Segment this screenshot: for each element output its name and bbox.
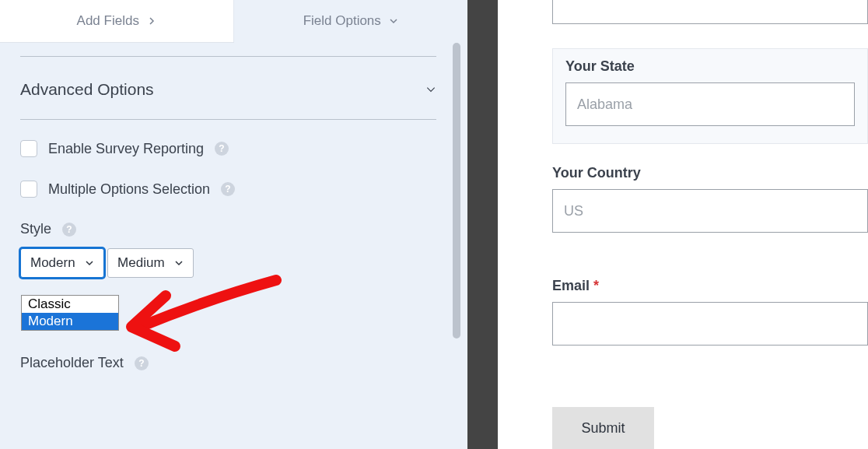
email-input[interactable]: [552, 302, 868, 346]
style-label-row: Style ?: [20, 221, 436, 237]
enable-survey-label: Enable Survey Reporting: [48, 141, 204, 157]
style-select-value: Modern: [30, 255, 75, 271]
country-label: Your Country: [552, 165, 868, 181]
multiple-options-checkbox[interactable]: [20, 181, 37, 198]
preview-field-email: Email *: [552, 278, 868, 346]
submit-button-label: Submit: [581, 420, 625, 437]
size-select-value: Medium: [117, 255, 164, 271]
tab-field-options-label: Field Options: [303, 13, 381, 29]
state-label: Your State: [565, 58, 855, 75]
panel-scrollbar[interactable]: [455, 0, 464, 449]
help-icon[interactable]: ?: [62, 223, 76, 237]
enable-survey-row: Enable Survey Reporting ?: [20, 140, 436, 157]
help-icon[interactable]: ?: [215, 142, 229, 156]
size-select[interactable]: Medium: [107, 248, 193, 278]
required-asterisk: *: [593, 278, 599, 293]
preview-field-country: Your Country: [552, 165, 868, 233]
style-dropdown-list: Classic Modern: [21, 295, 119, 331]
tab-field-options[interactable]: Field Options: [234, 0, 468, 42]
chevron-down-icon: [85, 258, 94, 268]
placeholder-text-label: Placeholder Text: [20, 355, 124, 371]
chevron-down-icon: [425, 84, 436, 95]
advanced-options-title: Advanced Options: [20, 80, 154, 99]
svg-text:?: ?: [225, 184, 230, 195]
form-preview: Your State Your Country Email * Submit: [498, 0, 868, 449]
panel-tabs: Add Fields Field Options: [0, 0, 467, 42]
svg-text:?: ?: [66, 224, 72, 235]
scrollbar-thumb[interactable]: [453, 43, 460, 339]
email-label: Email *: [552, 278, 868, 294]
state-input[interactable]: [565, 82, 855, 126]
chevron-down-icon: [174, 258, 184, 268]
style-option-classic[interactable]: Classic: [22, 296, 118, 313]
chevron-right-icon: [147, 16, 156, 26]
builder-left-panel: Add Fields Field Options Advanced Option…: [0, 0, 467, 449]
advanced-options-header[interactable]: Advanced Options: [20, 57, 436, 119]
help-icon[interactable]: ?: [221, 182, 235, 196]
enable-survey-checkbox[interactable]: [20, 140, 37, 157]
preview-input-top[interactable]: [552, 0, 868, 24]
preview-field-top: [552, 0, 868, 24]
style-select[interactable]: Modern: [20, 248, 104, 278]
svg-text:?: ?: [219, 143, 224, 154]
style-label: Style: [20, 221, 51, 237]
tab-add-fields-label: Add Fields: [77, 13, 139, 29]
country-input[interactable]: [552, 189, 868, 233]
multiple-options-label: Multiple Options Selection: [48, 181, 210, 198]
pane-divider: [467, 0, 498, 449]
svg-text:?: ?: [138, 358, 144, 369]
multiple-options-row: Multiple Options Selection ?: [20, 181, 436, 198]
email-label-text: Email: [552, 278, 590, 293]
tab-add-fields[interactable]: Add Fields: [0, 0, 234, 42]
help-icon[interactable]: ?: [135, 356, 149, 370]
placeholder-label-row: Placeholder Text ?: [20, 355, 436, 371]
chevron-down-icon: [389, 16, 398, 26]
submit-button[interactable]: Submit: [552, 407, 654, 449]
style-option-modern[interactable]: Modern: [22, 313, 118, 330]
preview-field-state[interactable]: Your State: [552, 48, 868, 144]
divider: [20, 119, 436, 120]
